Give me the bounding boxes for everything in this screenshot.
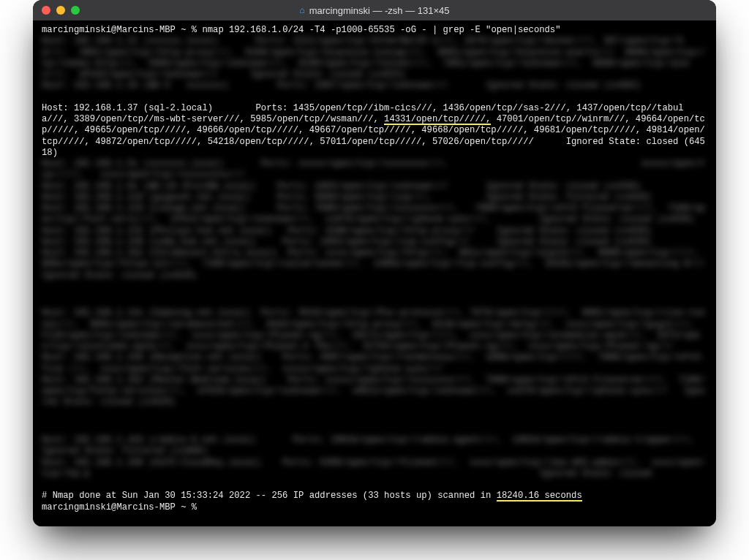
terminal-window: ⌂ marcingminski — -zsh — 131×45 marcingm… — [33, 0, 716, 526]
prompt-user: marcingminski@Marcins-MBP ~ % — [42, 25, 197, 35]
redacted-output-block: Host: 192.168.1.21 (xxxxxx.local) Ports:… — [42, 36, 707, 91]
highlight-elapsed-time: 18240.16 seconds — [497, 491, 582, 502]
window-title: ⌂ marcingminski — -zsh — 131×45 — [33, 5, 716, 16]
folder-icon: ⌂ — [299, 5, 304, 15]
redacted-output-block: Host: 192.168.1.163 (rabbio-6.net.local)… — [42, 435, 707, 480]
highlight-port-14331: 14331/open/tcp/////, — [384, 114, 491, 125]
nmap-summary-line: # Nmap done at Sun Jan 30 15:33:24 2022 … — [42, 491, 582, 502]
titlebar: ⌂ marcingminski — -zsh — 131×45 — [33, 0, 716, 20]
minimize-icon[interactable] — [56, 6, 65, 15]
nmap-host-line: Host: 192.168.1.37 (sql-2.local) Ports: … — [42, 103, 705, 158]
prompt-line-2: marcingminski@Marcins-MBP ~ % — [42, 502, 197, 512]
prompt-line-1: marcingminski@Marcins-MBP ~ % nmap 192.1… — [42, 25, 560, 35]
command-text: nmap 192.168.1.0/24 -T4 -p1000-65535 -oG… — [202, 25, 560, 35]
terminal-body[interactable]: marcingminski@Marcins-MBP ~ % nmap 192.1… — [33, 20, 716, 526]
window-controls — [42, 6, 80, 15]
close-icon[interactable] — [42, 6, 50, 15]
redacted-output-block: Host: 192.168.1.14x (Samsung.net.local) … — [42, 308, 707, 408]
zoom-icon[interactable] — [71, 6, 80, 15]
window-title-text: marcingminski — -zsh — 131×45 — [309, 5, 450, 16]
redacted-output-block: Host: 192.168.1.5x (xxxxxxx.local) Ports… — [42, 159, 707, 281]
summary-prefix: # Nmap done at Sun Jan 30 15:33:24 2022 … — [42, 491, 497, 501]
